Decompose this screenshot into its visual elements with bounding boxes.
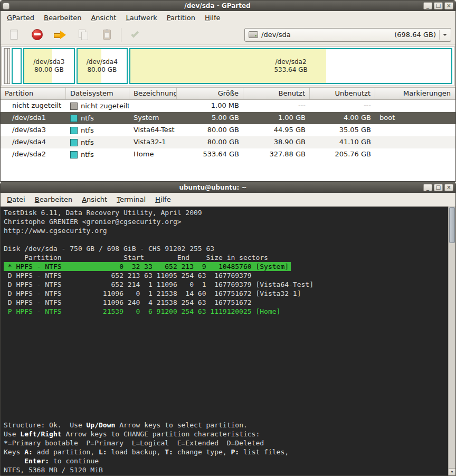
filesystem-color-swatch xyxy=(70,139,78,146)
gparted-window: /dev/sda - GParted _ □ × GPartedBearbeit… xyxy=(0,0,456,182)
flags-cell xyxy=(375,148,455,161)
terminal-line: Use Left/Right Arrow keys to CHANGE part… xyxy=(4,430,446,438)
table-row[interactable]: /dev/sda4ntfsVista32-180.00 GB38.90 GB41… xyxy=(1,136,455,148)
filesystem-name: ntfs xyxy=(81,137,94,148)
desktop: /dev/sda - GParted _ □ × GPartedBearbeit… xyxy=(0,0,456,476)
filesystem-name: ntfs xyxy=(81,113,94,124)
filesystem-cell: ntfs xyxy=(66,112,129,124)
menu-item-partition[interactable]: Partition xyxy=(162,11,200,25)
resize-move-button[interactable] xyxy=(51,27,69,43)
minimize-button[interactable]: _ xyxy=(423,184,432,191)
table-row[interactable]: /dev/sda1ntfsSystem5.00 GB1.00 GB4.00 GB… xyxy=(1,112,455,124)
device-capacity: (698.64 GB) xyxy=(394,31,436,39)
partition-visual: /dev/sda380.00 GB/dev/sda480.00 GB/dev/s… xyxy=(2,46,454,86)
table-empty-area xyxy=(1,161,455,181)
partition-name-cell: /dev/sda3 xyxy=(1,124,66,136)
visual-partition-sda4[interactable]: /dev/sda480.00 GB xyxy=(77,48,128,84)
copy-button[interactable] xyxy=(74,27,92,43)
terminal-line: D HPFS - NTFS 652 213 63 11095 254 63 16… xyxy=(4,271,446,280)
terminal-content[interactable]: TestDisk 6.11, Data Recovery Utility, Ap… xyxy=(1,207,455,475)
menu-item-ansicht[interactable]: Ansicht xyxy=(86,11,121,25)
used-cell: 44.95 GB xyxy=(243,124,310,136)
visual-partition-sda2[interactable]: /dev/sda2533.64 GB xyxy=(129,48,452,84)
gparted-toolbar: /dev/sda (698.64 GB) xyxy=(1,25,455,45)
new-partition-button[interactable] xyxy=(5,27,23,43)
paste-button[interactable] xyxy=(98,27,116,43)
close-button[interactable]: × xyxy=(444,184,453,191)
column-header-unbenutzt[interactable]: Unbenutzt xyxy=(310,88,375,99)
size-cell: 80.00 GB xyxy=(177,124,243,136)
menu-item-bearbeiten[interactable]: Bearbeiten xyxy=(30,193,77,206)
menu-item-hilfe[interactable]: Hilfe xyxy=(200,11,225,25)
menu-item-ansicht[interactable]: Ansicht xyxy=(77,193,112,206)
label-cell xyxy=(129,100,177,112)
column-header-bezeichnung[interactable]: Bezeichnung xyxy=(129,88,177,99)
used-cell: 1.00 GB xyxy=(243,112,310,124)
new-partition-icon xyxy=(10,30,18,40)
unused-cell: 205.76 GB xyxy=(310,148,375,161)
partition-name-cell: /dev/sda1 xyxy=(1,112,66,124)
scroll-down-button[interactable]: ▾ xyxy=(449,468,455,475)
apply-icon xyxy=(131,30,139,38)
terminal-line: D HPFS - NTFS 652 214 1 11096 0 1 167769… xyxy=(4,280,446,289)
copy-icon xyxy=(79,30,88,40)
terminal-line: * HPFS - NTFS 0 32 33 652 213 9 10485760… xyxy=(4,262,446,271)
menu-item-gparted[interactable]: GParted xyxy=(2,11,39,25)
terminal-line: Christophe GRENIER <grenier@cgsecurity.o… xyxy=(4,217,446,226)
column-header-dateisystem[interactable]: Dateisystem xyxy=(66,88,129,99)
gparted-window-title: /dev/sda - GParted xyxy=(12,2,423,10)
column-header-benutzt[interactable]: Benutzt xyxy=(243,88,310,99)
terminal-line xyxy=(4,235,446,244)
partition-table-header: Partition Dateisystem Bezeichnung Größe … xyxy=(1,87,455,100)
terminal-line: *=Primary bootable P=Primary L=Logical E… xyxy=(4,438,446,447)
label-cell: Home xyxy=(129,148,177,161)
column-header-markierungen[interactable]: Markierungen xyxy=(375,88,455,99)
table-row[interactable]: /dev/sda3ntfsVista64-Test80.00 GB44.95 G… xyxy=(1,124,455,136)
terminal-output-bottom: Structure: Ok. Use Up/Down Arrow keys to… xyxy=(4,421,446,474)
partition-name-cell: /dev/sda2 xyxy=(1,148,66,161)
unused-cell: 35.05 GB xyxy=(310,124,375,136)
terminal-blank-area xyxy=(4,316,446,421)
terminal-titlebar[interactable]: ubuntu@ubuntu: ~ _ □ × xyxy=(1,182,455,193)
device-selector[interactable]: /dev/sda (698.64 GB) xyxy=(244,28,451,42)
column-header-groesse[interactable]: Größe xyxy=(177,88,243,99)
filesystem-color-swatch xyxy=(70,115,78,122)
terminal-window: ubuntu@ubuntu: ~ _ □ × DateiBearbeitenAn… xyxy=(0,182,456,476)
visual-partition-sda1[interactable] xyxy=(12,48,22,84)
menu-item-hilfe[interactable]: Hilfe xyxy=(150,193,176,206)
terminal-scrollbar[interactable]: ▾ xyxy=(448,207,455,475)
gparted-window-controls: _ □ × xyxy=(423,2,453,10)
gparted-app-icon xyxy=(3,3,10,10)
terminal-line: Disk /dev/sda - 750 GB / 698 GiB - CHS 9… xyxy=(4,244,446,253)
menu-item-datei[interactable]: Datei xyxy=(2,193,30,206)
delete-partition-button[interactable] xyxy=(28,27,46,43)
maximize-button[interactable]: □ xyxy=(434,2,443,10)
menu-item-laufwerk[interactable]: Laufwerk xyxy=(121,11,162,25)
visual-unallocated[interactable] xyxy=(4,48,10,84)
column-header-partition[interactable]: Partition xyxy=(1,88,66,99)
flags-cell: boot xyxy=(375,112,455,124)
close-button[interactable]: × xyxy=(444,2,453,10)
table-row[interactable]: /dev/sda2ntfsHome533.64 GB327.88 GB205.7… xyxy=(1,148,455,161)
visual-partition-sda3[interactable]: /dev/sda380.00 GB xyxy=(23,48,75,84)
selected-partition-line: * HPFS - NTFS 0 32 33 652 213 9 10485760… xyxy=(4,262,291,271)
flags-cell xyxy=(375,136,455,148)
maximize-button[interactable]: □ xyxy=(434,184,443,191)
filesystem-color-swatch xyxy=(70,102,78,110)
minimize-button[interactable]: _ xyxy=(423,2,432,10)
unused-cell: 41.10 GB xyxy=(310,136,375,148)
size-cell: 80.00 GB xyxy=(177,136,243,148)
filesystem-color-swatch xyxy=(70,151,78,158)
menu-item-bearbeiten[interactable]: Bearbeiten xyxy=(39,11,86,25)
table-row[interactable]: nicht zugeteiltnicht zugeteilt1.00 MB---… xyxy=(1,100,455,112)
scrollbar-thumb[interactable] xyxy=(449,207,455,243)
filesystem-cell: ntfs xyxy=(66,148,129,161)
terminal-line: D HPFS - NTFS 11096 0 1 21538 14 60 1677… xyxy=(4,289,446,298)
gparted-titlebar[interactable]: /dev/sda - GParted _ □ × xyxy=(1,1,455,11)
apply-button[interactable] xyxy=(127,27,145,43)
gparted-menubar: GPartedBearbeitenAnsichtLaufwerkPartitio… xyxy=(1,11,455,25)
combo-separator xyxy=(439,30,440,40)
filesystem-cell: ntfs xyxy=(66,136,129,148)
terminal-line: Structure: Ok. Use Up/Down Arrow keys to… xyxy=(4,421,446,430)
menu-item-terminal[interactable]: Terminal xyxy=(112,193,150,206)
